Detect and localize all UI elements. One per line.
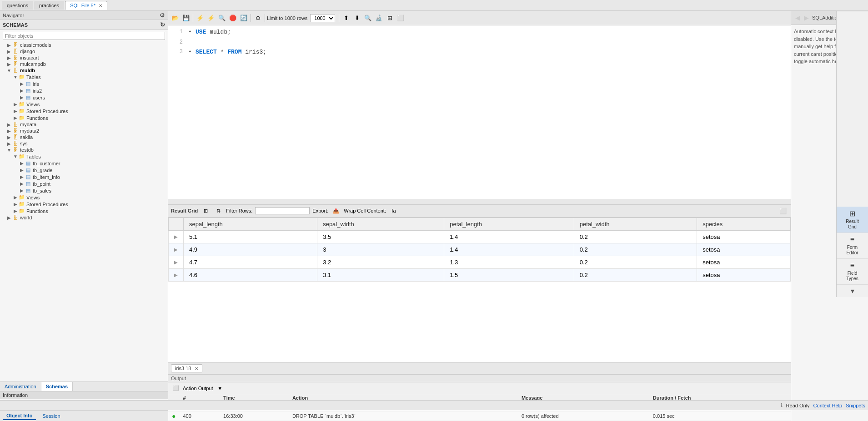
toggle-testdb-sp[interactable]: ▶ — [13, 202, 18, 207]
toggle-mydata2[interactable]: ▶ — [6, 129, 12, 134]
open-file-btn[interactable]: 📂 — [170, 13, 180, 23]
grid-filter-icon[interactable]: ⇅ — [213, 206, 223, 216]
tree-item-world[interactable]: ▶ 🗄 world — [0, 214, 168, 221]
tab-sql-file[interactable]: SQL File 5* ✕ — [65, 1, 107, 10]
tree-item-testdb-sp[interactable]: ▶ 📁 Stored Procedures — [0, 201, 168, 208]
toggle-iris2[interactable]: ▶ — [19, 88, 25, 93]
nav-forward-icon[interactable]: ▶ — [803, 14, 810, 21]
tree-item-iris[interactable]: ▶ ▤ iris — [0, 80, 168, 87]
tree-item-testdb[interactable]: ▼ 🗄 testdb — [0, 147, 168, 153]
tree-item-iris2[interactable]: ▶ ▤ iris2 — [0, 87, 168, 94]
import-btn[interactable]: ⬆ — [341, 13, 351, 23]
tree-item-instacart[interactable]: ▶ 🗄 instacart — [0, 54, 168, 61]
tab-questions[interactable]: questions — [2, 1, 33, 10]
toggle-iris[interactable]: ▶ — [19, 81, 25, 86]
toggle-muldb-tables[interactable]: ▼ — [13, 74, 18, 79]
toggle-sakila[interactable]: ▶ — [6, 135, 12, 140]
tree-item-testdb-tables[interactable]: ▼ 📁 Tables — [0, 153, 168, 160]
right-panel-tab-result-grid[interactable]: ⊞ ResultGrid — [837, 207, 868, 233]
toggle-testdb-tables[interactable]: ▼ — [13, 154, 18, 159]
toggle-tb-sales[interactable]: ▶ — [19, 188, 25, 193]
tree-item-sakila[interactable]: ▶ 🗄 sakila — [0, 134, 168, 140]
tree-item-tb-sales[interactable]: ▶ ▤ tb_sales — [0, 187, 168, 194]
scroll-down-icon[interactable]: ▾ — [851, 287, 854, 295]
tree-item-mulcampdb[interactable]: ▶ 🗄 mulcampdb — [0, 61, 168, 67]
editor-scrollbar[interactable] — [168, 199, 791, 204]
toggle-tb-customer[interactable]: ▶ — [19, 161, 25, 166]
toggle-muldb-func[interactable]: ▶ — [13, 115, 18, 120]
context-help-label[interactable]: Context Help — [813, 403, 843, 408]
filter-input[interactable] — [3, 32, 165, 40]
toggle-testdb-func[interactable]: ▶ — [13, 208, 18, 213]
table-row[interactable]: ▶4.73.21.30.2setosa — [169, 256, 791, 268]
tree-item-testdb-views[interactable]: ▶ 📁 Views — [0, 194, 168, 201]
sql-editor[interactable]: 1 • USE muldb; 2 3 • SELECT * FROM iris3… — [168, 25, 791, 199]
explain-btn[interactable]: 🔍 — [217, 13, 227, 23]
output-clear-btn[interactable]: ⬜ — [171, 383, 181, 393]
inspect-btn[interactable]: 🔬 — [374, 13, 384, 23]
right-panel-tab-field-types[interactable]: ≡ FieldTypes — [837, 259, 868, 285]
tree-item-muldb-tables[interactable]: ▼ 📁 Tables — [0, 74, 168, 80]
tree-item-tb-grade[interactable]: ▶ ▤ tb_grade — [0, 167, 168, 173]
tree-item-testdb-func[interactable]: ▶ 📁 Functions — [0, 208, 168, 214]
save-btn[interactable]: 💾 — [181, 13, 191, 23]
exec-btn[interactable]: ⚡ — [195, 13, 205, 23]
snippets-label[interactable]: Snippets — [846, 403, 865, 408]
search-btn[interactable]: 🔍 — [363, 13, 373, 23]
filter-rows-input[interactable] — [255, 207, 310, 214]
toggle-muldb-views[interactable]: ▶ — [13, 102, 18, 107]
tree-item-mydata[interactable]: ▶ 🗄 mydata — [0, 121, 168, 128]
export-btn[interactable]: ⬇ — [352, 13, 362, 23]
toggle-classicmodels[interactable]: ▶ — [6, 43, 12, 48]
wrap-btn[interactable]: Ia — [389, 206, 399, 216]
stop-btn[interactable]: 🛑 — [228, 13, 238, 23]
toggle-btn[interactable]: ⊙ — [253, 13, 263, 23]
tab-administration[interactable]: Administration — [0, 382, 41, 391]
tree-item-django[interactable]: ▶ 🗄 django — [0, 48, 168, 54]
toggle-testdb-views[interactable]: ▶ — [13, 195, 18, 200]
tree-item-muldb-views[interactable]: ▶ 📁 Views — [0, 101, 168, 108]
tree-item-tb-item-info[interactable]: ▶ ▤ tb_item_info — [0, 173, 168, 180]
toggle-users[interactable]: ▶ — [19, 95, 25, 100]
tree-item-users[interactable]: ▶ ▤ users — [0, 94, 168, 101]
toggle-sys[interactable]: ▶ — [6, 141, 12, 146]
limit-select[interactable]: 1000 500 200 100 — [310, 14, 335, 22]
tab-sql-file-close[interactable]: ✕ — [99, 3, 102, 8]
tree-item-muldb-sp[interactable]: ▶ 📁 Stored Procedures — [0, 108, 168, 114]
toggle-world[interactable]: ▶ — [6, 215, 12, 220]
bottom-tab-object-info[interactable]: Object Info — [3, 412, 36, 420]
table-row[interactable]: ▶4.931.40.2setosa — [169, 243, 791, 256]
toggle-mydata[interactable]: ▶ — [6, 122, 12, 127]
expand-btn[interactable]: ⬜ — [778, 206, 788, 216]
toggle-django[interactable]: ▶ — [6, 49, 12, 54]
result-tab-iris3[interactable]: iris3 18 ✕ — [171, 364, 202, 372]
nav-back-icon[interactable]: ◀ — [794, 14, 802, 21]
tree-item-muldb-func[interactable]: ▶ 📁 Functions — [0, 114, 168, 121]
tab-schemas[interactable]: Schemas — [41, 382, 73, 391]
grid-toggle-btn[interactable]: ⊞ — [201, 206, 211, 216]
table-row[interactable]: ▶4.63.11.50.2setosa — [169, 268, 791, 281]
schemas-refresh-icon[interactable]: ↻ — [160, 21, 165, 28]
tree-item-sys[interactable]: ▶ 🗄 sys — [0, 140, 168, 147]
toggle-tb-grade[interactable]: ▶ — [19, 168, 25, 173]
toggle-testdb[interactable]: ▼ — [6, 148, 12, 153]
refresh-btn[interactable]: 🔄 — [239, 13, 249, 23]
bottom-tab-session[interactable]: Session — [39, 412, 64, 420]
toggle-mulcampdb[interactable]: ▶ — [6, 62, 12, 67]
toggle-instacart[interactable]: ▶ — [6, 55, 12, 60]
result-grid-area[interactable]: sepal_length sepal_width petal_length pe… — [168, 218, 791, 363]
tree-item-mydata2[interactable]: ▶ 🗄 mydata2 — [0, 128, 168, 134]
right-panel-tab-form-editor[interactable]: ≡ FormEditor — [837, 233, 868, 259]
table-row[interactable]: ▶5.13.51.40.2setosa — [169, 230, 791, 243]
format-btn[interactable]: ⊞ — [385, 13, 395, 23]
tree-item-tb-point[interactable]: ▶ ▤ tb_point — [0, 180, 168, 187]
exec-current-btn[interactable]: ⚡ — [206, 13, 216, 23]
misc-btn[interactable]: ⬜ — [396, 13, 406, 23]
tree-item-tb-customer[interactable]: ▶ ▤ tb_customer — [0, 160, 168, 167]
export-btn-result[interactable]: 📤 — [331, 206, 341, 216]
toggle-muldb-sp[interactable]: ▶ — [13, 109, 18, 114]
output-dropdown-btn[interactable]: ▼ — [215, 383, 225, 393]
navigator-settings-icon[interactable]: ⚙ — [160, 12, 165, 19]
toggle-tb-item-info[interactable]: ▶ — [19, 174, 25, 179]
tree-item-muldb[interactable]: ▼ 🗄 muldb — [0, 67, 168, 74]
